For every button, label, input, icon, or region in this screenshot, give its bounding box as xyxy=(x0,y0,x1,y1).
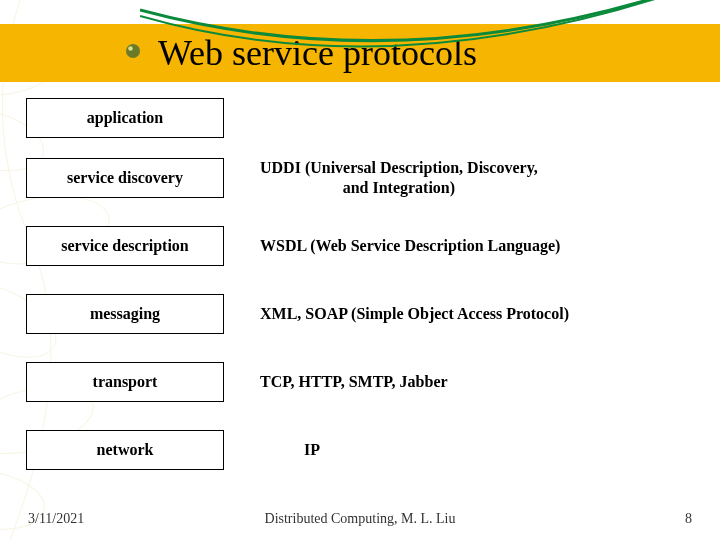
layer-row-transport: transport TCP, HTTP, SMTP, Jabber xyxy=(26,356,700,408)
layer-desc: UDDI (Universal Description, Discovery, … xyxy=(260,158,538,198)
layer-row-messaging: messaging XML, SOAP (Simple Object Acces… xyxy=(26,288,700,340)
title-bullet-icon xyxy=(124,42,142,60)
title-band: Web service protocols xyxy=(0,24,720,82)
layer-row-application: application xyxy=(26,96,700,140)
layer-desc: XML, SOAP (Simple Object Access Protocol… xyxy=(260,304,569,324)
layer-desc: WSDL (Web Service Description Language) xyxy=(260,236,560,256)
footer-center: Distributed Computing, M. L. Liu xyxy=(265,511,456,527)
layer-box: service discovery xyxy=(26,158,224,198)
layer-box: service description xyxy=(26,226,224,266)
layer-desc: TCP, HTTP, SMTP, Jabber xyxy=(260,372,448,392)
svg-point-7 xyxy=(128,46,133,51)
layer-box: messaging xyxy=(26,294,224,334)
slide-title: Web service protocols xyxy=(158,32,477,74)
layer-box: network xyxy=(26,430,224,470)
footer-page-number: 8 xyxy=(685,511,692,527)
footer-date: 3/11/2021 xyxy=(28,511,84,527)
layer-box: transport xyxy=(26,362,224,402)
layer-row-network: network IP xyxy=(26,424,700,476)
layer-row-service-discovery: service discovery UDDI (Universal Descri… xyxy=(26,152,700,204)
layer-row-service-description: service description WSDL (Web Service De… xyxy=(26,220,700,272)
slide-footer: 3/11/2021 Distributed Computing, M. L. L… xyxy=(0,508,720,530)
layer-desc: IP xyxy=(304,440,320,460)
protocol-layers: application service discovery UDDI (Univ… xyxy=(26,96,700,490)
layer-box: application xyxy=(26,98,224,138)
svg-point-6 xyxy=(126,44,140,58)
